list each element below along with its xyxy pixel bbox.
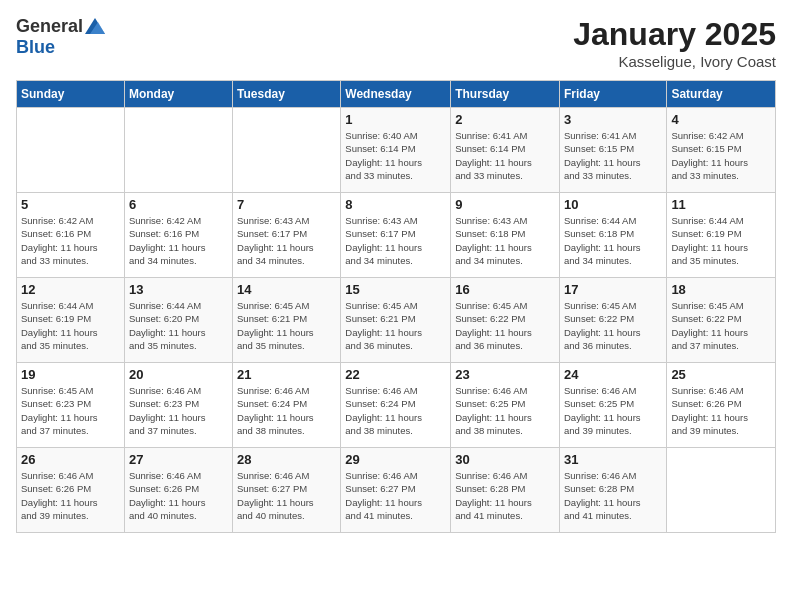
day-number: 21 [237,367,336,382]
day-info: Sunrise: 6:40 AM Sunset: 6:14 PM Dayligh… [345,129,446,182]
calendar-cell [667,448,776,533]
calendar-week-row: 12Sunrise: 6:44 AM Sunset: 6:19 PM Dayli… [17,278,776,363]
day-header-saturday: Saturday [667,81,776,108]
day-info: Sunrise: 6:46 AM Sunset: 6:24 PM Dayligh… [345,384,446,437]
day-number: 8 [345,197,446,212]
day-number: 5 [21,197,120,212]
day-info: Sunrise: 6:44 AM Sunset: 6:19 PM Dayligh… [671,214,771,267]
day-info: Sunrise: 6:44 AM Sunset: 6:20 PM Dayligh… [129,299,228,352]
calendar-cell: 13Sunrise: 6:44 AM Sunset: 6:20 PM Dayli… [124,278,232,363]
day-info: Sunrise: 6:45 AM Sunset: 6:21 PM Dayligh… [237,299,336,352]
day-info: Sunrise: 6:42 AM Sunset: 6:15 PM Dayligh… [671,129,771,182]
month-title: January 2025 [573,16,776,53]
calendar-cell: 15Sunrise: 6:45 AM Sunset: 6:21 PM Dayli… [341,278,451,363]
logo-icon [85,18,105,34]
calendar-table: SundayMondayTuesdayWednesdayThursdayFrid… [16,80,776,533]
day-number: 13 [129,282,228,297]
day-info: Sunrise: 6:44 AM Sunset: 6:19 PM Dayligh… [21,299,120,352]
logo-general-text: General [16,16,83,37]
calendar-cell: 7Sunrise: 6:43 AM Sunset: 6:17 PM Daylig… [233,193,341,278]
day-number: 9 [455,197,555,212]
day-number: 26 [21,452,120,467]
day-info: Sunrise: 6:46 AM Sunset: 6:25 PM Dayligh… [564,384,662,437]
day-info: Sunrise: 6:46 AM Sunset: 6:28 PM Dayligh… [564,469,662,522]
day-number: 16 [455,282,555,297]
day-info: Sunrise: 6:46 AM Sunset: 6:28 PM Dayligh… [455,469,555,522]
day-number: 22 [345,367,446,382]
calendar-cell: 14Sunrise: 6:45 AM Sunset: 6:21 PM Dayli… [233,278,341,363]
day-info: Sunrise: 6:46 AM Sunset: 6:24 PM Dayligh… [237,384,336,437]
logo: General Blue [16,16,105,58]
day-info: Sunrise: 6:46 AM Sunset: 6:23 PM Dayligh… [129,384,228,437]
day-info: Sunrise: 6:43 AM Sunset: 6:17 PM Dayligh… [237,214,336,267]
day-number: 31 [564,452,662,467]
calendar-cell: 22Sunrise: 6:46 AM Sunset: 6:24 PM Dayli… [341,363,451,448]
calendar-cell: 17Sunrise: 6:45 AM Sunset: 6:22 PM Dayli… [559,278,666,363]
calendar-cell: 3Sunrise: 6:41 AM Sunset: 6:15 PM Daylig… [559,108,666,193]
calendar-cell: 10Sunrise: 6:44 AM Sunset: 6:18 PM Dayli… [559,193,666,278]
day-number: 20 [129,367,228,382]
calendar-cell [17,108,125,193]
day-header-tuesday: Tuesday [233,81,341,108]
calendar-cell: 5Sunrise: 6:42 AM Sunset: 6:16 PM Daylig… [17,193,125,278]
day-number: 19 [21,367,120,382]
day-info: Sunrise: 6:46 AM Sunset: 6:27 PM Dayligh… [237,469,336,522]
calendar-cell: 29Sunrise: 6:46 AM Sunset: 6:27 PM Dayli… [341,448,451,533]
calendar-body: 1Sunrise: 6:40 AM Sunset: 6:14 PM Daylig… [17,108,776,533]
day-info: Sunrise: 6:44 AM Sunset: 6:18 PM Dayligh… [564,214,662,267]
calendar-cell [233,108,341,193]
calendar-cell: 24Sunrise: 6:46 AM Sunset: 6:25 PM Dayli… [559,363,666,448]
day-number: 30 [455,452,555,467]
day-number: 2 [455,112,555,127]
day-header-friday: Friday [559,81,666,108]
day-info: Sunrise: 6:42 AM Sunset: 6:16 PM Dayligh… [129,214,228,267]
day-number: 29 [345,452,446,467]
calendar-week-row: 26Sunrise: 6:46 AM Sunset: 6:26 PM Dayli… [17,448,776,533]
calendar-cell: 1Sunrise: 6:40 AM Sunset: 6:14 PM Daylig… [341,108,451,193]
day-number: 7 [237,197,336,212]
day-number: 28 [237,452,336,467]
day-number: 14 [237,282,336,297]
calendar-cell: 20Sunrise: 6:46 AM Sunset: 6:23 PM Dayli… [124,363,232,448]
day-number: 25 [671,367,771,382]
day-info: Sunrise: 6:46 AM Sunset: 6:27 PM Dayligh… [345,469,446,522]
calendar-cell: 8Sunrise: 6:43 AM Sunset: 6:17 PM Daylig… [341,193,451,278]
calendar-cell: 30Sunrise: 6:46 AM Sunset: 6:28 PM Dayli… [451,448,560,533]
calendar-week-row: 1Sunrise: 6:40 AM Sunset: 6:14 PM Daylig… [17,108,776,193]
calendar-cell: 16Sunrise: 6:45 AM Sunset: 6:22 PM Dayli… [451,278,560,363]
day-info: Sunrise: 6:46 AM Sunset: 6:26 PM Dayligh… [671,384,771,437]
calendar-week-row: 19Sunrise: 6:45 AM Sunset: 6:23 PM Dayli… [17,363,776,448]
calendar-header-row: SundayMondayTuesdayWednesdayThursdayFrid… [17,81,776,108]
calendar-cell: 4Sunrise: 6:42 AM Sunset: 6:15 PM Daylig… [667,108,776,193]
calendar-cell: 6Sunrise: 6:42 AM Sunset: 6:16 PM Daylig… [124,193,232,278]
day-info: Sunrise: 6:41 AM Sunset: 6:14 PM Dayligh… [455,129,555,182]
day-number: 6 [129,197,228,212]
day-number: 23 [455,367,555,382]
day-number: 27 [129,452,228,467]
calendar-cell: 12Sunrise: 6:44 AM Sunset: 6:19 PM Dayli… [17,278,125,363]
day-number: 17 [564,282,662,297]
day-info: Sunrise: 6:43 AM Sunset: 6:18 PM Dayligh… [455,214,555,267]
day-number: 3 [564,112,662,127]
logo-blue-text: Blue [16,37,55,57]
title-block: January 2025 Kasseligue, Ivory Coast [573,16,776,70]
calendar-cell: 9Sunrise: 6:43 AM Sunset: 6:18 PM Daylig… [451,193,560,278]
calendar-cell: 23Sunrise: 6:46 AM Sunset: 6:25 PM Dayli… [451,363,560,448]
day-number: 4 [671,112,771,127]
day-info: Sunrise: 6:45 AM Sunset: 6:22 PM Dayligh… [455,299,555,352]
location-subtitle: Kasseligue, Ivory Coast [573,53,776,70]
page-header: General Blue January 2025 Kasseligue, Iv… [16,16,776,70]
day-info: Sunrise: 6:45 AM Sunset: 6:22 PM Dayligh… [564,299,662,352]
day-number: 15 [345,282,446,297]
calendar-cell: 2Sunrise: 6:41 AM Sunset: 6:14 PM Daylig… [451,108,560,193]
day-number: 11 [671,197,771,212]
day-info: Sunrise: 6:46 AM Sunset: 6:26 PM Dayligh… [129,469,228,522]
calendar-cell: 25Sunrise: 6:46 AM Sunset: 6:26 PM Dayli… [667,363,776,448]
day-number: 10 [564,197,662,212]
day-info: Sunrise: 6:45 AM Sunset: 6:22 PM Dayligh… [671,299,771,352]
day-info: Sunrise: 6:45 AM Sunset: 6:23 PM Dayligh… [21,384,120,437]
calendar-cell: 21Sunrise: 6:46 AM Sunset: 6:24 PM Dayli… [233,363,341,448]
day-info: Sunrise: 6:41 AM Sunset: 6:15 PM Dayligh… [564,129,662,182]
day-info: Sunrise: 6:46 AM Sunset: 6:25 PM Dayligh… [455,384,555,437]
day-header-thursday: Thursday [451,81,560,108]
